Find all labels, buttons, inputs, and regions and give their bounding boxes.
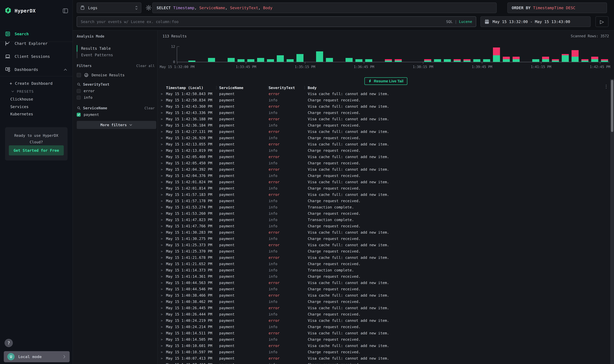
row-expand-chevron[interactable]: > [158,111,166,115]
row-expand-chevron[interactable]: > [158,237,166,241]
table-row[interactable]: >May 15 1:40:38.466 PMpaymenterrorVisa c… [158,292,607,299]
payment-checkbox-checked[interactable] [77,113,81,117]
histogram-bucket[interactable] [600,47,610,62]
row-expand-chevron[interactable]: > [158,155,166,159]
histogram-bucket[interactable] [295,47,305,62]
table-row[interactable]: >May 15 1:41:47.766 PMpaymentinfoCharge … [158,223,607,229]
create-dashboard-button[interactable]: + Create Dashboard [10,80,67,87]
table-row[interactable]: >May 15 1:42:04.392 PMpaymenterrorVisa c… [158,166,607,172]
histogram-bucket[interactable] [216,47,226,62]
row-expand-chevron[interactable]: > [158,180,166,184]
histogram-bucket[interactable] [187,47,197,62]
sidebar-preset-kubernetes[interactable]: Kubernetes [10,111,67,117]
histogram-bucket[interactable] [275,47,285,62]
sidebar-preset-clickhouse[interactable]: Clickhouse [10,96,67,103]
table-row[interactable]: >May 15 1:40:44.563 PMpaymenterrorVisa c… [158,280,607,286]
table-row[interactable]: >May 15 1:41:57.178 PMpaymentinfoCharge … [158,198,607,204]
histogram-bucket[interactable] [393,47,403,62]
row-expand-chevron[interactable]: > [158,344,166,348]
table-row[interactable]: >May 15 1:42:27.131 PMpaymenterrorVisa c… [158,129,607,135]
row-expand-chevron[interactable]: > [158,199,166,203]
table-row[interactable]: >May 15 1:41:30.275 PMpaymentinfoCharge … [158,235,607,242]
language-lucene-option[interactable]: Lucene [459,20,472,24]
table-row[interactable]: >May 15 1:40:26.445 PMpaymenterrorVisa c… [158,305,607,311]
row-expand-chevron[interactable]: > [158,262,166,266]
sidebar-item-chart-explorer[interactable]: Chart Explorer [5,39,67,47]
column-resize-handle[interactable]: ⋮⋮ [303,85,308,90]
histogram-bucket[interactable] [334,47,344,62]
table-row[interactable]: >May 15 1:41:53.274 PMpaymentinfoTransac… [158,204,607,210]
table-row[interactable]: >May 15 1:41:25.373 PMpaymenterrorVisa c… [158,242,607,248]
histogram-bucket[interactable] [511,47,521,62]
table-row[interactable]: >May 15 1:40:14.505 PMpaymentinfoCharge … [158,336,607,343]
row-expand-chevron[interactable]: > [158,363,166,364]
histogram-bucket[interactable] [383,47,393,62]
row-expand-chevron[interactable]: > [158,149,166,152]
histogram-bucket[interactable] [492,47,501,62]
table-row[interactable]: >May 15 1:41:14.361 PMpaymentinfoCharge … [158,273,607,280]
row-expand-chevron[interactable]: > [158,130,166,133]
column-header-timestamp[interactable]: Timestamp (Local) [166,86,203,90]
table-row[interactable]: >May 15 1:42:05.450 PMpaymentinfoCharge … [158,160,607,166]
histogram-bucket[interactable] [531,47,541,62]
table-row[interactable]: >May 15 1:40:14.511 PMpaymenterrorVisa c… [158,330,607,336]
histogram-bucket[interactable] [305,47,315,62]
histogram-bucket[interactable] [207,47,216,62]
table-row[interactable]: >May 15 1:42:26.920 PMpaymentinfoCharge … [158,135,607,141]
table-row[interactable]: >May 15 1:41:25.370 PMpaymentinfoCharge … [158,248,607,254]
filter-option-error[interactable]: error [77,88,155,94]
histogram-bucket[interactable] [521,47,531,62]
table-row[interactable]: >May 15 1:42:43.360 PMpaymenterrorVisa c… [158,103,607,110]
row-expand-chevron[interactable]: > [158,249,166,253]
histogram-bucket[interactable] [354,47,364,62]
row-expand-chevron[interactable]: > [158,281,166,285]
filter-option-info[interactable]: info [77,95,155,100]
table-row[interactable]: >May 15 1:42:13.019 PMpaymentinfoCharge … [158,147,607,154]
row-expand-chevron[interactable]: > [158,224,166,228]
histogram-bucket[interactable] [256,47,266,62]
row-expand-chevron[interactable]: > [158,212,166,215]
histogram-bucket[interactable] [590,47,600,62]
presets-header[interactable]: PRESETS [11,88,67,95]
table-row[interactable]: >May 15 1:41:14.373 PMpaymentinfoTransac… [158,267,607,273]
filter-option-payment[interactable]: payment [77,112,155,117]
histogram-bucket[interactable] [501,47,511,62]
table-row[interactable]: >May 15 1:40:44.546 PMpaymentinfoCharge … [158,286,607,292]
resume-live-tail-button[interactable]: Resume Live Tail [365,77,407,85]
row-expand-chevron[interactable]: > [158,325,166,329]
get-started-button[interactable]: Get Started for Free [9,145,64,156]
histogram-bucket[interactable] [570,47,580,62]
histogram-bucket[interactable] [285,47,295,62]
column-header-severitytext[interactable]: SeverityText [269,86,295,90]
table-row[interactable]: >May 15 1:41:57.183 PMpaymenterrorVisa c… [158,192,607,198]
more-filters-button[interactable]: More filters [77,121,156,129]
row-expand-chevron[interactable]: > [158,105,166,108]
table-row[interactable]: >May 15 1:41:21.652 PMpaymentinfoCharge … [158,261,607,267]
table-row[interactable]: >May 15 1:41:53.260 PMpaymentinfoCharge … [158,210,607,217]
table-row[interactable]: >May 15 1:40:10.597 PMpaymentinfoCharge … [158,349,607,355]
help-button[interactable]: ? [4,339,13,347]
histogram-bucket[interactable] [452,47,462,62]
histogram-bucket[interactable] [403,47,413,62]
row-expand-chevron[interactable]: > [158,193,166,196]
table-row[interactable]: >May 15 1:41:30.283 PMpaymenterrorVisa c… [158,229,607,235]
row-expand-chevron[interactable]: > [158,256,166,260]
row-expand-chevron[interactable]: > [158,331,166,335]
row-expand-chevron[interactable]: > [158,143,166,146]
table-row[interactable]: >May 15 1:42:36.188 PMpaymenterrorVisa c… [158,116,607,122]
table-row[interactable]: >May 15 1:40:26.444 PMpaymentinfoCharge … [158,311,607,317]
row-expand-chevron[interactable]: > [158,319,166,323]
denoise-filter-row[interactable]: Denoise Results [77,72,155,78]
mode-event-patterns[interactable]: Event Patterns [77,52,155,58]
chart-plot[interactable]: 12 0 May 15 1:32:00 PM1:33:45 PM1:35:15 … [177,47,610,62]
histogram-bucket[interactable] [344,47,354,62]
row-expand-chevron[interactable]: > [158,275,166,278]
sidebar-item-dashboards[interactable]: Dashboards [5,66,67,73]
denoise-checkbox[interactable] [77,73,81,77]
vertical-scrollbar[interactable] [610,79,614,364]
row-expand-chevron[interactable]: > [158,124,166,127]
table-row[interactable]: >May 15 1:42:43.336 PMpaymentinfoCharge … [158,110,607,116]
table-row[interactable]: >May 15 1:40:07.410 PMpaymentinfoCharge … [158,362,607,364]
sidebar-preset-services[interactable]: Services [10,103,67,110]
info-checkbox[interactable] [77,96,81,100]
